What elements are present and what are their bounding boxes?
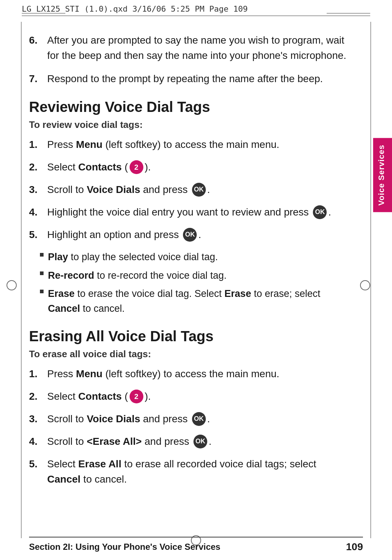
ok-badge-2: OK [313, 205, 327, 219]
s2-step5-text: Select Erase All to erase all recorded v… [47, 456, 348, 487]
bullet-rerecord-text: Re-record to re-record the voice dial ta… [48, 268, 226, 283]
bullet-erase-text: Erase to erase the voice dial tag. Selec… [48, 286, 348, 316]
s1-step2-text: Select Contacts (2). [47, 160, 151, 175]
s2-step2-text: Select Contacts (2). [47, 389, 151, 404]
step7-text: Respond to the prompt by repeating the n… [47, 71, 323, 86]
page-header: LG LX125_STI (1.0).qxd 3/16/06 5:25 PM P… [22, 4, 370, 16]
s1-step3-text: Scroll to Voice Dials and press OK. [47, 182, 210, 197]
s1-step1-num: 1. [29, 137, 47, 152]
s1-step1-text: Press Menu (left softkey) to access the … [47, 137, 279, 152]
ok-badge-4: OK [192, 412, 206, 426]
s2-step3-text: Scroll to Voice Dials and press OK. [47, 411, 210, 427]
s1-step4-num: 4. [29, 205, 47, 220]
s2-step1-num: 1. [29, 366, 47, 382]
bullet-square-1 [40, 253, 44, 257]
section2-subheading: To erase all voice dial tags: [29, 349, 348, 360]
section1-heading: Reviewing Voice Dial Tags [29, 97, 348, 116]
section-erasing: Erasing All Voice Dial Tags To erase all… [29, 327, 348, 487]
footer-page-num: 109 [346, 541, 363, 553]
section2-step5: 5. Select Erase All to erase all recorde… [29, 456, 348, 487]
s1-step3-num: 3. [29, 182, 47, 197]
s1-step2-num: 2. [29, 160, 47, 175]
s2-step5-num: 5. [29, 456, 47, 487]
bullet-erase: Erase to erase the voice dial tag. Selec… [40, 286, 348, 316]
s2-step3-num: 3. [29, 411, 47, 427]
section1-step3: 3. Scroll to Voice Dials and press OK. [29, 182, 348, 197]
contacts-badge-2: 2 [130, 390, 143, 403]
reg-mark-left [7, 280, 17, 290]
section1-step4: 4. Highlight the voice dial entry you wa… [29, 205, 348, 220]
step6-num: 6. [29, 33, 47, 63]
ok-badge-1: OK [192, 183, 206, 197]
s1-step4-text: Highlight the voice dial entry you want … [47, 205, 331, 220]
s2-step2-num: 2. [29, 389, 47, 404]
step6-text: After you are prompted to say the name y… [47, 33, 348, 63]
bullet-play: Play to play the selected voice dial tag… [40, 250, 348, 265]
side-tab: Voice Services [373, 138, 392, 212]
side-tab-label: Voice Services [377, 145, 386, 206]
section2-heading: Erasing All Voice Dial Tags [29, 327, 348, 346]
intro-step-6: 6. After you are prompted to say the nam… [29, 33, 348, 63]
section1-step1: 1. Press Menu (left softkey) to access t… [29, 137, 348, 152]
bullet-rerecord: Re-record to re-record the voice dial ta… [40, 268, 348, 283]
section1-step5: 5. Highlight an option and press OK. [29, 227, 348, 242]
s1-step5-num: 5. [29, 227, 47, 242]
s2-step1-text: Press Menu (left softkey) to access the … [47, 366, 279, 382]
intro-steps: 6. After you are prompted to say the nam… [29, 22, 348, 86]
bullet-square-2 [40, 271, 44, 275]
page-content: 6. After you are prompted to say the nam… [29, 22, 348, 531]
vline-right [371, 22, 371, 538]
ok-badge-3: OK [183, 228, 197, 242]
footer-left-text: Section 2I: Using Your Phone's Voice Ser… [29, 542, 220, 552]
intro-step-7: 7. Respond to the prompt by repeating th… [29, 71, 348, 86]
section2-step3: 3. Scroll to Voice Dials and press OK. [29, 411, 348, 427]
section1-bullet-list: Play to play the selected voice dial tag… [40, 250, 348, 316]
step7-num: 7. [29, 71, 47, 86]
header-text: LG LX125_STI (1.0).qxd 3/16/06 5:25 PM P… [22, 4, 248, 13]
ok-badge-5: OK [193, 435, 207, 448]
s1-step5-text: Highlight an option and press OK. [47, 227, 201, 242]
section1-step2: 2. Select Contacts (2). [29, 160, 348, 175]
s2-step4-num: 4. [29, 434, 47, 449]
section1-subheading: To review voice dial tags: [29, 119, 348, 130]
bullet-square-3 [40, 290, 44, 293]
section2-step2: 2. Select Contacts (2). [29, 389, 348, 404]
section2-step1: 1. Press Menu (left softkey) to access t… [29, 366, 348, 382]
page-footer: Section 2I: Using Your Phone's Voice Ser… [29, 537, 363, 553]
contacts-badge-1: 2 [130, 160, 143, 174]
section-reviewing: Reviewing Voice Dial Tags To review voic… [29, 97, 348, 316]
vline-left [21, 22, 21, 538]
section2-step4: 4. Scroll to <Erase All> and press OK. [29, 434, 348, 449]
bullet-play-text: Play to play the selected voice dial tag… [48, 250, 218, 265]
reg-mark-right [360, 280, 370, 290]
s2-step4-text: Scroll to <Erase All> and press OK. [47, 434, 212, 449]
